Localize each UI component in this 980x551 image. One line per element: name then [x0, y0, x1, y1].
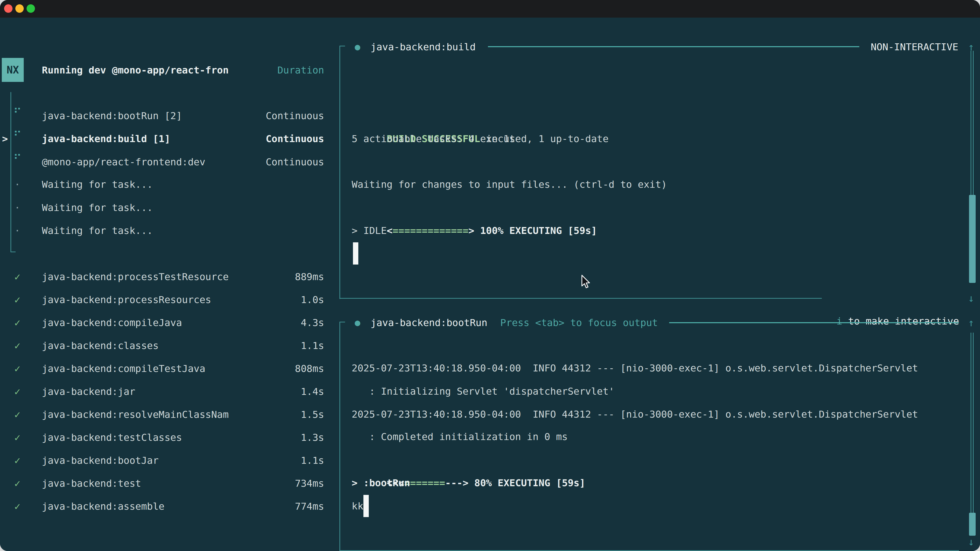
interactive-hint-text: to make interactive — [842, 316, 959, 327]
spinner-icon: ⠋ — [12, 124, 23, 147]
keyboard-hints: quit: q help: ? — [259, 541, 324, 551]
build-panel-corner — [339, 46, 345, 46]
close-button[interactable] — [4, 4, 13, 13]
build-panel-bottom-border — [339, 298, 822, 299]
task-duration: 4.3s — [301, 311, 324, 334]
terminal-cursor — [363, 495, 369, 517]
zoom-button[interactable] — [27, 4, 35, 13]
task-row-build-selected[interactable]: java-backend:build [1] Continuous — [42, 127, 324, 150]
waiting-dot-icon: · — [12, 196, 23, 219]
task-group-bracket — [11, 92, 11, 252]
task-row-completed[interactable]: java-backend:testClasses 1.3s — [42, 426, 324, 449]
check-icon: ✓ — [12, 495, 23, 518]
task-row-completed[interactable]: java-backend:processResources 1.0s — [42, 288, 324, 311]
task-label: java-backend:processTestResource — [42, 265, 229, 288]
bootrun-panel-corner — [339, 322, 345, 322]
actionable-tasks-line: 5 actionable tasks: 4 executed, 1 up-to-… — [352, 127, 609, 150]
task-group-bracket-foot — [11, 251, 16, 252]
task-label: @mono-app/react-frontend:dev — [42, 151, 205, 173]
build-scrollbar-thumb[interactable] — [969, 195, 976, 283]
terminal-cursor — [353, 242, 358, 265]
mouse-cursor — [580, 275, 593, 290]
task-label: java-backend:bootRun [2] — [42, 104, 182, 127]
gradle-progress-bar: <=============>100% EXECUTING [59s] — [352, 196, 597, 219]
task-status: Continuous — [266, 104, 324, 127]
build-scrollbar-track[interactable] — [970, 51, 974, 195]
task-row-bootrun[interactable]: java-backend:bootRun [2] Continuous — [42, 104, 324, 127]
titlebar — [0, 0, 980, 17]
task-duration: 774ms — [295, 495, 324, 518]
interactive-hint: i to make interactive — [801, 287, 959, 310]
task-row-completed[interactable]: java-backend:jar 1.4s — [42, 380, 324, 403]
task-row-frontend-dev[interactable]: @mono-app/react-frontend:dev Continuous — [42, 151, 324, 173]
check-icon: ✓ — [12, 357, 23, 380]
log-line: 2025-07-23T13:40:18.950-04:00 INFO 44312… — [352, 357, 918, 380]
progress-close-bracket: > — [469, 225, 474, 236]
task-label: java-backend:processResources — [42, 288, 211, 311]
task-row-completed[interactable]: java-backend:classes 1.1s — [42, 334, 324, 357]
task-status: Continuous — [266, 151, 324, 173]
nx-tui: NX Running dev @mono-app/react-fron Dura… — [0, 17, 980, 551]
task-duration: 1.0s — [301, 288, 324, 311]
log-line: 2025-07-23T13:40:18.950-04:00 INFO 44312… — [352, 403, 918, 426]
nx-logo-badge: NX — [2, 58, 24, 82]
terminal-window: NX Running dev @mono-app/react-fron Dura… — [0, 0, 980, 551]
task-label: java-backend:bootJar — [42, 449, 159, 472]
minimize-button[interactable] — [15, 4, 24, 13]
bootrun-input-line[interactable]: kk — [352, 495, 363, 518]
task-row-completed[interactable]: java-backend:test 734ms — [42, 472, 324, 495]
task-row-waiting: Waiting for task... — [42, 219, 324, 242]
build-panel-left-border — [339, 46, 340, 299]
interactive-hint-key: i — [837, 316, 842, 327]
focus-output-hint: Press <tab> to focus output — [500, 311, 658, 334]
progress-open-bracket: < — [387, 225, 393, 236]
task-row-completed[interactable]: java-backend:bootJar 1.1s — [42, 449, 324, 472]
log-line: : Completed initialization in 0 ms — [352, 425, 568, 448]
task-row-completed[interactable]: java-backend:processTestResource 889ms — [42, 265, 324, 288]
pagination: ← 1/2 → — [10, 541, 62, 551]
bootrun-panel-bullet-icon: ● — [355, 311, 360, 334]
task-label: Waiting for task... — [42, 219, 153, 242]
check-icon: ✓ — [12, 311, 23, 334]
task-row-completed[interactable]: java-backend:compileTestJava 808ms — [42, 357, 324, 380]
task-row-waiting: Waiting for task... — [42, 173, 324, 196]
task-label: java-backend:jar — [42, 380, 135, 403]
task-duration: 1.3s — [301, 426, 324, 449]
task-row-waiting: Waiting for task... — [42, 196, 324, 219]
scroll-down-icon[interactable]: ↓ — [968, 287, 974, 310]
task-label: java-backend:resolveMainClassNam — [42, 403, 229, 426]
build-success-line: BUILD SUCCESSFUL in 1s — [352, 104, 515, 127]
scroll-up-icon[interactable]: ↑ — [968, 311, 974, 334]
bootrun-scrollbar-track[interactable] — [970, 333, 974, 513]
selected-task-chevron: > — [2, 127, 8, 150]
task-label: Waiting for task... — [42, 196, 153, 219]
task-duration: 1.5s — [301, 403, 324, 426]
check-icon: ✓ — [12, 265, 23, 288]
bootrun-prompt-line: > :bootRun — [352, 472, 410, 494]
task-row-completed[interactable]: java-backend:assemble 774ms — [42, 495, 324, 518]
scroll-down-icon[interactable]: ↓ — [968, 530, 974, 551]
waiting-dot-icon: · — [12, 219, 23, 242]
task-row-completed[interactable]: java-backend:compileJava 4.3s — [42, 311, 324, 334]
task-label: java-backend:classes — [42, 334, 159, 357]
progress-remaining: ---> — [445, 477, 469, 489]
waiting-changes-line: Waiting for changes to input files... (c… — [352, 173, 667, 196]
spinner-icon: ⠋ — [12, 148, 23, 170]
spinner-icon: ⠋ — [12, 101, 23, 124]
idle-status-line: > IDLE — [352, 219, 387, 242]
task-label: java-backend:compileJava — [42, 311, 182, 334]
check-icon: ✓ — [12, 449, 23, 472]
task-status: Continuous — [266, 127, 324, 150]
check-icon: ✓ — [12, 380, 23, 403]
task-label: Waiting for task... — [42, 173, 153, 196]
task-list-header: Running dev @mono-app/react-fron Duratio… — [42, 59, 324, 82]
progress-fill: ======= — [404, 477, 445, 489]
task-row-completed[interactable]: java-backend:resolveMainClassNam 1.5s — [42, 403, 324, 426]
gradle-progress-bar: <<<=======--->80% EXECUTING [59s] — [352, 448, 585, 472]
task-duration: 734ms — [295, 472, 324, 495]
progress-label: 80% EXECUTING [59s] — [474, 477, 585, 489]
task-duration: 889ms — [295, 265, 324, 288]
progress-label: 100% EXECUTING [59s] — [480, 225, 597, 236]
task-duration: 1.4s — [301, 380, 324, 403]
check-icon: ✓ — [12, 426, 23, 449]
